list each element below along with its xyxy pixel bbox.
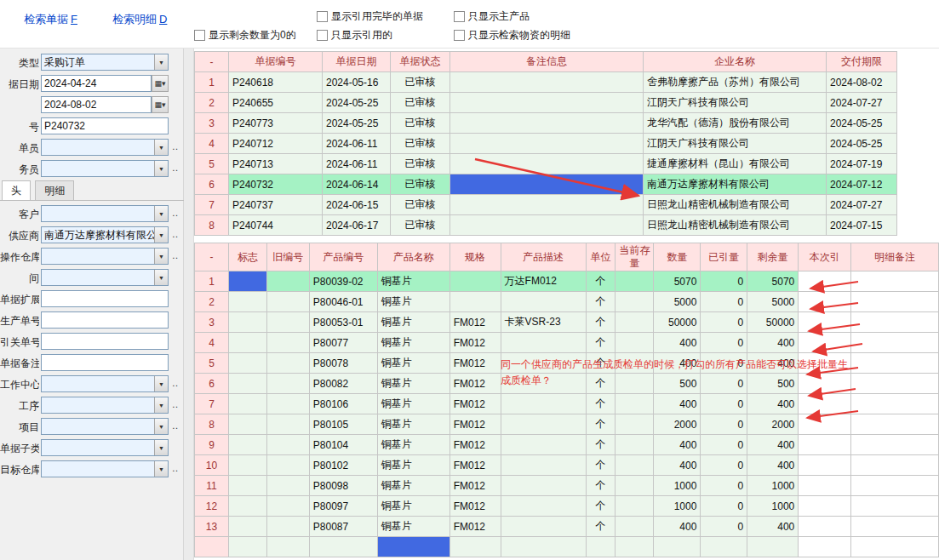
details-cell-spec[interactable]: FM012: [449, 333, 501, 353]
details-cell-stock[interactable]: [616, 517, 654, 537]
orders-row[interactable]: 6P2407322024-06-14已审核南通万达摩擦材料有限公司2024-07…: [195, 174, 897, 195]
orders-cell-note[interactable]: [450, 215, 644, 236]
orders-cell-status[interactable]: 已审核: [391, 72, 450, 93]
orders-cell-status[interactable]: 已审核: [391, 174, 450, 195]
work-center-browse-button[interactable]: ‥: [172, 378, 179, 389]
orders-column-header[interactable]: 备注信息: [450, 52, 644, 72]
details-column-header[interactable]: 剩余量: [747, 243, 799, 271]
chevron-down-icon[interactable]: ▼: [154, 419, 168, 434]
orders-cell-note[interactable]: [450, 72, 644, 93]
project-browse-button[interactable]: ‥: [172, 420, 179, 431]
process-combo[interactable]: ▼: [41, 397, 169, 414]
orders-cell-status[interactable]: 已审核: [391, 215, 450, 236]
orders-cell-code[interactable]: P240618: [229, 72, 323, 93]
orders-row[interactable]: 2P2406552024-05-25已审核江阴天广科技有限公司2024-07-2…: [195, 93, 897, 113]
orders-column-header[interactable]: 单据编号: [229, 52, 323, 72]
details-cell-spec[interactable]: FM012: [449, 414, 501, 435]
details-cell-unit[interactable]: 个: [586, 394, 616, 414]
orders-column-header[interactable]: 交付期限: [827, 52, 897, 72]
details-cell-flag[interactable]: [228, 374, 266, 394]
details-cell-pull[interactable]: [799, 476, 851, 496]
orders-cell-num[interactable]: 3: [195, 113, 229, 134]
details-cell-remain[interactable]: 400: [747, 353, 799, 374]
details-cell-old[interactable]: [266, 414, 309, 435]
details-cell-num[interactable]: 4: [195, 333, 229, 353]
orders-cell-date[interactable]: 2024-06-11: [323, 134, 391, 154]
details-cell-remain[interactable]: 1000: [747, 496, 799, 517]
details-cell-note[interactable]: [851, 374, 939, 394]
details-row[interactable]: 11P80098铜基片FM012个100001000: [195, 476, 939, 496]
details-cell-note[interactable]: [851, 312, 939, 333]
details-cell-old[interactable]: [266, 496, 309, 517]
details-column-header[interactable]: 规格: [449, 243, 501, 271]
op-warehouse-combo[interactable]: ▼: [41, 248, 169, 265]
orders-cell-deadline[interactable]: 2024-07-27: [827, 93, 897, 113]
details-cell-remain[interactable]: [747, 537, 799, 557]
date-from-input[interactable]: [41, 75, 152, 92]
details-row[interactable]: 13P80087铜基片FM012个4000400: [195, 517, 939, 537]
details-cell-spec[interactable]: FM012: [449, 353, 501, 374]
chevron-down-icon[interactable]: ▼: [154, 206, 168, 221]
orders-cell-date[interactable]: 2024-05-16: [323, 72, 391, 93]
details-cell-unit[interactable]: 个: [586, 353, 616, 374]
details-cell-pull[interactable]: [799, 292, 851, 312]
details-cell-spec[interactable]: FM012: [449, 496, 501, 517]
details-cell-pull[interactable]: [799, 496, 851, 517]
orders-cell-date[interactable]: 2024-06-14: [323, 174, 391, 195]
chevron-down-icon[interactable]: ▼: [154, 227, 168, 243]
details-cell-used[interactable]: [701, 537, 747, 557]
orders-cell-deadline[interactable]: 2024-08-02: [827, 72, 897, 93]
details-cell-num[interactable]: 6: [195, 374, 229, 394]
details-cell-unit[interactable]: 个: [586, 374, 616, 394]
details-column-header[interactable]: 单位: [586, 243, 616, 271]
salesman-browse-button[interactable]: ‥: [172, 163, 179, 174]
doc-type-combo[interactable]: 采购订单▼: [41, 54, 169, 71]
details-cell-name[interactable]: 铜基片: [377, 435, 449, 455]
details-cell-remain[interactable]: 1000: [747, 476, 799, 496]
orders-cell-deadline[interactable]: 2024-05-25: [827, 134, 897, 154]
details-cell-qty[interactable]: 400: [654, 353, 701, 374]
details-cell-used[interactable]: 0: [701, 312, 747, 333]
supplier-combo[interactable]: 南通万达摩擦材料有限公司▼: [41, 226, 169, 243]
details-cell-remain[interactable]: 400: [747, 333, 799, 353]
orders-column-header[interactable]: 单据日期: [323, 52, 391, 72]
orders-cell-date[interactable]: 2024-05-25: [323, 113, 391, 134]
details-cell-desc[interactable]: [501, 496, 586, 517]
details-cell-pull[interactable]: [799, 435, 851, 455]
supplier-browse-button[interactable]: ‥: [172, 229, 179, 240]
details-row[interactable]: [195, 537, 939, 557]
chevron-down-icon[interactable]: ▼: [154, 140, 168, 155]
details-cell-unit[interactable]: 个: [586, 435, 616, 455]
details-cell-qty[interactable]: 1000: [654, 476, 701, 496]
tab-detail[interactable]: 明细: [35, 180, 74, 200]
details-cell-num[interactable]: 9: [195, 435, 229, 455]
details-cell-used[interactable]: 0: [701, 374, 747, 394]
details-cell-spec[interactable]: FM012: [449, 394, 501, 414]
details-cell-flag[interactable]: [228, 292, 266, 312]
chevron-down-icon[interactable]: ▼: [154, 161, 168, 176]
details-cell-flag[interactable]: [228, 496, 266, 517]
details-cell-num[interactable]: 8: [195, 414, 229, 435]
orders-cell-num[interactable]: 1: [195, 72, 229, 93]
details-cell-used[interactable]: 0: [701, 435, 747, 455]
details-cell-code[interactable]: P80078: [309, 353, 377, 374]
details-cell-code[interactable]: P80104: [309, 435, 377, 455]
orders-cell-deadline[interactable]: 2024-07-12: [827, 174, 897, 195]
details-cell-num[interactable]: 2: [195, 292, 229, 312]
orders-cell-company[interactable]: 日照龙山精密机械制造有限公司: [644, 195, 827, 215]
details-cell-num[interactable]: 1: [195, 271, 229, 292]
panel-splitter[interactable]: [184, 49, 194, 560]
details-column-header[interactable]: 明细备注: [851, 243, 939, 271]
details-column-header[interactable]: 标志: [228, 243, 266, 271]
workshop-combo[interactable]: ▼: [41, 269, 169, 286]
details-column-header[interactable]: 当前存量: [616, 243, 654, 271]
details-cell-stock[interactable]: [616, 455, 654, 476]
checkbox-main-products-only[interactable]: 只显示主产品: [454, 9, 530, 24]
details-cell-qty[interactable]: 400: [654, 394, 701, 414]
details-cell-qty[interactable]: [654, 537, 701, 557]
orders-cell-note[interactable]: [450, 154, 644, 174]
orders-cell-note[interactable]: [450, 195, 644, 215]
orders-row[interactable]: 7P2407372024-06-15已审核日照龙山精密机械制造有限公司2024-…: [195, 195, 897, 215]
details-cell-unit[interactable]: 个: [586, 496, 616, 517]
details-cell-name[interactable]: 铜基片: [377, 292, 449, 312]
